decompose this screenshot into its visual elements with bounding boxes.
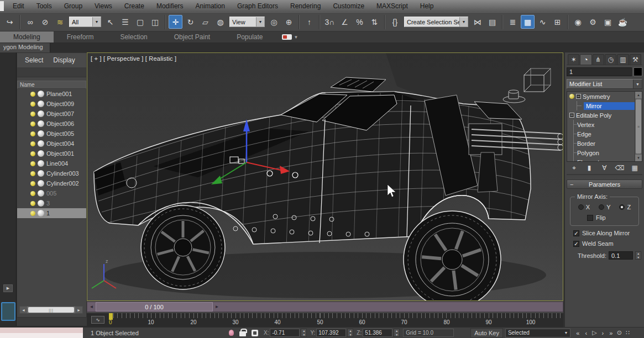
threshold-spinner[interactable]: ▲▼: [635, 251, 641, 260]
hierarchy-tab[interactable]: ⋔: [593, 54, 604, 65]
parameters-rollout-header[interactable]: − Parameters: [567, 179, 642, 189]
perspective-viewport[interactable]: [ + ] [ Perspective ] [ Realistic ]: [87, 52, 563, 301]
visibility-bulb-icon[interactable]: [30, 181, 35, 186]
visibility-bulb-icon[interactable]: [30, 211, 35, 216]
stack-item-mirror[interactable]: − Mirror: [567, 101, 635, 110]
angle-snap-icon[interactable]: ∠: [338, 15, 352, 29]
menu-item[interactable]: MAXScript: [370, 2, 414, 10]
bind-to-spacewarp-icon[interactable]: ≋: [53, 15, 67, 29]
ribbon-config-button[interactable]: ▼: [276, 31, 304, 43]
rectangular-selection-region-icon[interactable]: ▢: [133, 15, 147, 29]
prev-frame-arrow-icon[interactable]: ◄: [87, 302, 96, 311]
visibility-bulb-icon[interactable]: [30, 112, 35, 117]
object-list-item[interactable]: Object001: [17, 149, 86, 159]
menu-item[interactable]: Create: [118, 2, 150, 10]
menu-item[interactable]: Help: [414, 2, 440, 10]
modify-tab[interactable]: ◔: [580, 54, 591, 65]
named-selection-sets-dropdown[interactable]: Create Selection Se▼: [404, 17, 468, 27]
visibility-bulb-icon[interactable]: [30, 102, 35, 107]
tab-select[interactable]: Select: [25, 56, 43, 64]
prev-frame-button[interactable]: ‹: [582, 329, 590, 337]
auto-key-button[interactable]: Auto Key: [470, 328, 503, 338]
object-list-item[interactable]: 3: [17, 198, 86, 208]
percent-snap-icon[interactable]: %: [353, 15, 366, 29]
redo-icon[interactable]: ↪: [3, 15, 17, 29]
isolate-selection-icon[interactable]: [229, 330, 234, 336]
y-coordinate-field[interactable]: 107.392: [316, 329, 346, 337]
object-list-item[interactable]: Object004: [17, 139, 86, 149]
maxscript-mini-listener[interactable]: [0, 328, 83, 338]
weld-seam-checkbox[interactable]: [573, 241, 579, 247]
object-list-item[interactable]: Line004: [17, 159, 86, 168]
select-and-manipulate-icon[interactable]: ⊕: [282, 15, 296, 29]
visibility-bulb-icon[interactable]: [30, 122, 35, 126]
menu-item[interactable]: Graph Editors: [231, 2, 284, 10]
weld-checkbox-row[interactable]: Weld Seam: [573, 240, 641, 247]
absolute-mode-icon[interactable]: [252, 330, 258, 336]
key-mode-toggle-button[interactable]: ⊙: [615, 329, 624, 337]
visibility-bulb-icon[interactable]: [30, 171, 35, 176]
collapse-icon[interactable]: −: [576, 94, 581, 99]
scroll-left-icon[interactable]: ◄: [20, 307, 27, 313]
object-list-item[interactable]: Cylinder002: [17, 178, 86, 188]
time-slider[interactable]: ◄ 0 / 100 ►: [87, 302, 563, 312]
object-list-item[interactable]: Object005: [17, 129, 86, 139]
render-setup-icon[interactable]: ⚙: [586, 15, 600, 29]
play-panel-button[interactable]: ▶: [3, 284, 13, 292]
rendered-frame-window-icon[interactable]: ▣: [601, 15, 615, 29]
snaps-toggle-icon[interactable]: 3∩: [323, 15, 337, 29]
object-name-field[interactable]: 1: [567, 67, 632, 76]
display-tab[interactable]: ▥: [617, 54, 629, 65]
scrollbar-thumb[interactable]: ≡: [636, 99, 641, 154]
x-coordinate-field[interactable]: -0.71: [270, 329, 300, 337]
object-list-item[interactable]: Object006: [17, 119, 86, 129]
stack-item-vertex[interactable]: − Vertex: [567, 120, 635, 129]
modifier-bulb-icon[interactable]: [569, 94, 574, 99]
slice-along-mirror-checkbox[interactable]: [573, 230, 579, 236]
goto-start-button[interactable]: «: [574, 329, 582, 337]
select-and-scale-icon[interactable]: ▱: [198, 15, 212, 29]
viewport-label[interactable]: [ + ] [ Perspective ] [ Realistic ]: [91, 55, 176, 62]
unlink-selection-icon[interactable]: ⊘: [38, 15, 52, 29]
ribbon-tab-freeform[interactable]: Freeform: [54, 31, 107, 43]
visibility-bulb-icon[interactable]: [30, 92, 35, 97]
stack-scrollbar[interactable]: ▲ ≡ ▼: [635, 92, 642, 161]
polygon-modeling-panel-tab[interactable]: ygon Modeling: [0, 43, 50, 52]
z-spinner[interactable]: ▲▼: [394, 329, 400, 337]
visibility-bulb-icon[interactable]: [30, 141, 35, 146]
object-list-item[interactable]: Cylinder003: [17, 168, 86, 178]
flip-checkbox[interactable]: [587, 215, 593, 221]
visibility-bulb-icon[interactable]: [30, 151, 35, 156]
menu-item[interactable]: Customize: [327, 2, 370, 10]
listener-macro-line[interactable]: [0, 328, 83, 333]
visibility-bulb-icon[interactable]: [30, 161, 35, 166]
selection-lock-icon[interactable]: [239, 331, 246, 336]
select-and-move-icon[interactable]: ✛: [169, 15, 182, 29]
motion-tab[interactable]: ◷: [605, 54, 616, 65]
scroll-right-icon[interactable]: ►: [75, 307, 82, 313]
object-list-item[interactable]: Object007: [17, 109, 86, 119]
keyboard-shortcut-override-icon[interactable]: ↑: [302, 15, 316, 29]
viewport-layout-tab[interactable]: [1, 302, 15, 321]
collapse-icon[interactable]: −: [569, 113, 574, 118]
horizontal-scrollbar[interactable]: ◄ ||| ►: [19, 306, 83, 314]
select-object-icon[interactable]: ↖: [103, 15, 117, 29]
ribbon-tab-populate[interactable]: Populate: [223, 31, 276, 43]
scroll-up-icon[interactable]: ▲: [635, 92, 642, 98]
material-editor-icon[interactable]: ◉: [571, 15, 585, 29]
stack-item-symmetry[interactable]: − Symmetry: [567, 92, 635, 101]
select-by-name-icon[interactable]: ☰: [118, 15, 132, 29]
curve-editor-icon[interactable]: ∿: [536, 15, 549, 29]
menu-item[interactable]: Views: [88, 2, 118, 10]
listener-script-line[interactable]: [0, 333, 83, 338]
name-column-header[interactable]: Name: [17, 81, 86, 89]
stack-item-edge[interactable]: − Edge: [567, 129, 635, 139]
z-coordinate-field[interactable]: 51.386: [363, 329, 392, 337]
window-crossing-icon[interactable]: ◫: [148, 15, 162, 29]
slice-checkbox-row[interactable]: Slice Along Mirror: [573, 230, 641, 236]
mirror-axis-z-radio[interactable]: Z: [619, 204, 631, 210]
x-spinner[interactable]: ▲▼: [301, 329, 307, 337]
object-list-item[interactable]: Plane001: [17, 89, 86, 99]
ribbon-tab-object-paint[interactable]: Object Paint: [161, 31, 223, 43]
use-pivot-point-center-icon[interactable]: ◎: [267, 15, 281, 29]
